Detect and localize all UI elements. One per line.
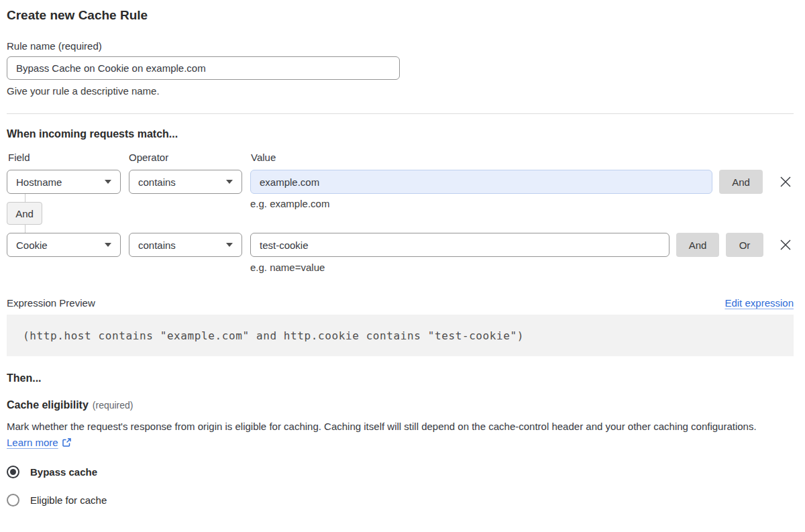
operator-select-2-value: contains: [138, 240, 176, 251]
connector-zone: e.g. example.com And: [7, 194, 794, 233]
connector-line-bottom: [25, 225, 25, 233]
radio-button-icon[interactable]: [7, 494, 19, 507]
remove-condition-button-1[interactable]: [777, 174, 794, 190]
cache-eligibility-title: Cache eligibility: [7, 399, 89, 411]
value-hint-2: e.g. name=value: [7, 262, 794, 273]
then-heading: Then...: [7, 372, 794, 384]
field-select-2[interactable]: Cookie: [7, 233, 121, 257]
chevron-down-icon: [226, 180, 233, 184]
expression-preview-block: (http.host contains "example.com" and ht…: [7, 315, 794, 356]
operator-select-1[interactable]: contains: [129, 170, 242, 194]
and-button-row-1[interactable]: And: [719, 170, 763, 194]
cache-eligibility-description: Mark whether the request's response from…: [7, 419, 785, 452]
or-button-row-2[interactable]: Or: [726, 233, 763, 257]
section-divider: [7, 113, 794, 114]
create-cache-rule-page: Create new Cache Rule Rule name (require…: [0, 0, 805, 532]
chevron-down-icon: [226, 243, 233, 247]
edit-expression-link[interactable]: Edit expression: [724, 297, 794, 309]
field-select-1-value: Hostname: [16, 176, 62, 188]
expression-preview-label: Expression Preview: [7, 297, 95, 309]
close-icon: [780, 176, 792, 188]
radio-label-bypass-cache: Bypass cache: [30, 466, 97, 478]
connector-and-button[interactable]: And: [7, 202, 42, 225]
operator-select-1-value: contains: [138, 176, 176, 188]
value-input-2[interactable]: [250, 233, 669, 257]
radio-option-eligible-for-cache[interactable]: Eligible for cache: [7, 494, 794, 507]
chevron-down-icon: [105, 180, 111, 184]
value-input-1[interactable]: [250, 170, 712, 194]
external-link-icon: [62, 436, 72, 452]
operator-column-label: Operator: [129, 152, 250, 163]
radio-label-eligible-for-cache: Eligible for cache: [30, 494, 107, 506]
page-title: Create new Cache Rule: [7, 8, 794, 23]
connector-line-top: [25, 194, 25, 202]
description-text: Mark whether the request's response from…: [7, 421, 757, 432]
required-note: (required): [93, 400, 133, 411]
field-select-1[interactable]: Hostname: [7, 170, 121, 194]
rule-name-helper: Give your rule a descriptive name.: [7, 85, 794, 97]
value-hint-1: e.g. example.com: [250, 198, 329, 209]
radio-option-bypass-cache[interactable]: Bypass cache: [7, 466, 794, 478]
remove-condition-button-2[interactable]: [777, 237, 794, 253]
cache-eligibility-heading: Cache eligibility(required): [7, 399, 794, 411]
learn-more-link[interactable]: Learn more: [7, 437, 58, 448]
chevron-down-icon: [105, 243, 111, 247]
value-column-label: Value: [250, 152, 276, 163]
rule-name-input[interactable]: [7, 56, 400, 80]
expression-code: (http.host contains "example.com" and ht…: [23, 329, 524, 342]
expression-header: Expression Preview Edit expression: [7, 297, 794, 309]
field-column-label: Field: [7, 152, 129, 163]
match-heading: When incoming requests match...: [7, 128, 794, 140]
condition-row-1: Hostname contains And: [7, 170, 794, 194]
operator-select-2[interactable]: contains: [129, 233, 242, 257]
close-icon: [780, 239, 792, 251]
rule-name-label: Rule name (required): [7, 40, 794, 52]
condition-column-labels: Field Operator Value: [7, 152, 794, 163]
condition-row-2: Cookie contains And Or: [7, 233, 794, 257]
rule-name-group: Rule name (required) Give your rule a de…: [7, 40, 794, 97]
and-button-row-2[interactable]: And: [676, 233, 719, 257]
radio-button-icon[interactable]: [7, 466, 19, 478]
field-select-2-value: Cookie: [16, 240, 48, 251]
